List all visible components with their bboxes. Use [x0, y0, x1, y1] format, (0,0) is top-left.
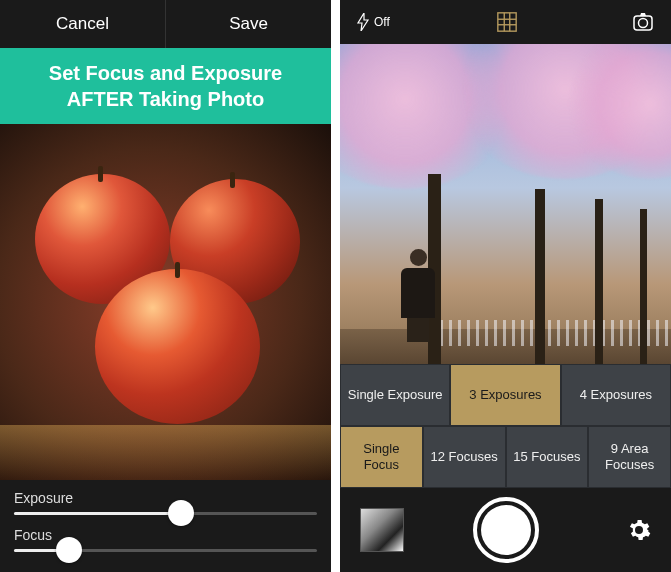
flip-camera-icon[interactable] [631, 11, 655, 33]
exposure-option-1[interactable]: 3 Exposures [450, 364, 560, 426]
editor-screen: Cancel Save Set Focus and Exposure AFTER… [0, 0, 331, 572]
flash-toggle[interactable]: Off [356, 13, 390, 31]
flash-label: Off [374, 15, 390, 29]
focus-option-3[interactable]: 9 Area Focuses [588, 426, 671, 488]
exposure-label: Exposure [14, 490, 317, 506]
grid-icon[interactable] [496, 11, 518, 33]
gallery-thumbnail[interactable] [360, 508, 404, 552]
exposure-slider[interactable] [14, 512, 317, 515]
exposure-segment-row: Single Exposure3 Exposures4 Exposures [340, 364, 671, 426]
camera-top-bar: Off [340, 0, 671, 44]
focus-option-0[interactable]: Single Focus [340, 426, 423, 488]
flash-icon [356, 13, 370, 31]
banner-line-1: Set Focus and Exposure [10, 60, 321, 86]
exposure-option-2[interactable]: 4 Exposures [561, 364, 671, 426]
svg-rect-0 [498, 13, 516, 31]
focus-option-2[interactable]: 15 Focuses [506, 426, 589, 488]
svg-point-6 [639, 19, 648, 28]
editor-top-bar: Cancel Save [0, 0, 331, 48]
edit-photo-preview [0, 124, 331, 480]
shutter-button[interactable] [473, 497, 539, 563]
focus-slider-row: Focus [14, 527, 317, 552]
focus-thumb[interactable] [56, 537, 82, 563]
exposure-slider-row: Exposure [14, 490, 317, 515]
focus-slider[interactable] [14, 549, 317, 552]
camera-screen: Off Single Exposure3 Exposures4 Exposure… [340, 0, 671, 572]
exposure-thumb[interactable] [168, 500, 194, 526]
focus-segment-row: Single Focus12 Focuses15 Focuses9 Area F… [340, 426, 671, 488]
settings-icon[interactable] [627, 518, 651, 542]
person-in-view [398, 249, 438, 339]
promo-banner: Set Focus and Exposure AFTER Taking Phot… [0, 48, 331, 124]
focus-option-1[interactable]: 12 Focuses [423, 426, 506, 488]
save-button[interactable]: Save [166, 0, 331, 48]
camera-bottom-bar [340, 488, 671, 572]
sliders-panel: Exposure Focus [0, 480, 331, 572]
cancel-button[interactable]: Cancel [0, 0, 166, 48]
banner-line-2: AFTER Taking Photo [10, 86, 321, 112]
camera-viewfinder[interactable] [340, 44, 671, 364]
exposure-option-0[interactable]: Single Exposure [340, 364, 450, 426]
